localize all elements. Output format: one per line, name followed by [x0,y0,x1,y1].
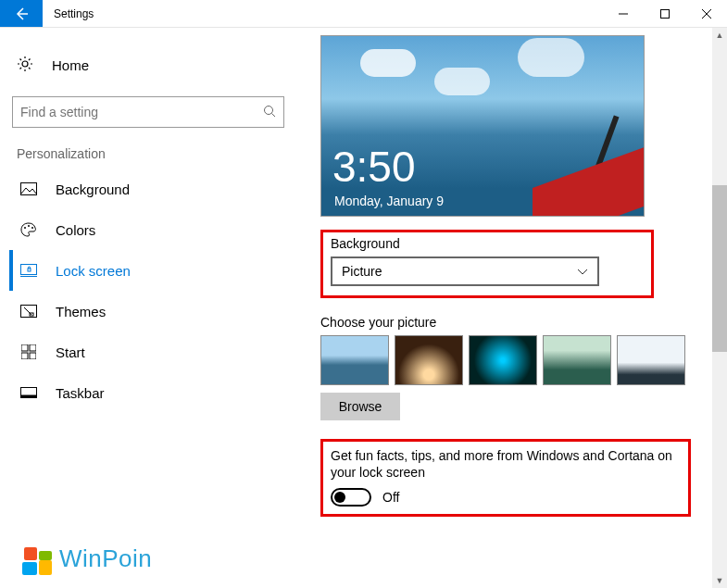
sidebar-item-label: Colors [37,222,95,238]
picture-icon [20,182,37,195]
svg-rect-21 [28,269,31,271]
svg-line-12 [20,68,22,69]
scroll-up-arrow[interactable]: ▲ [712,28,727,43]
svg-rect-26 [30,344,36,351]
svg-point-16 [24,227,26,229]
minimize-button[interactable] [602,0,644,27]
sidebar-item-label: Taskbar [37,385,105,401]
picture-thumb[interactable] [469,335,537,385]
sidebar-item-background[interactable]: Background [9,169,287,209]
taskbar-icon [20,387,37,398]
svg-line-11 [29,58,31,60]
search-input[interactable] [12,96,284,128]
background-section-highlight: Background Picture [320,230,654,298]
search-field[interactable] [20,105,263,119]
picture-thumb[interactable] [395,335,463,385]
svg-rect-25 [21,344,28,351]
funfacts-text: Get fun facts, tips, and more from Windo… [331,447,681,481]
lockscreen-preview: 3:50 Monday, January 9 [320,35,645,217]
svg-rect-30 [21,395,37,398]
branding-logo: WinPoin [24,544,152,573]
svg-rect-28 [30,353,36,359]
svg-rect-22 [21,306,37,318]
svg-point-4 [22,61,28,67]
sidebar-item-lockscreen[interactable]: Lock screen [9,250,287,291]
gear-icon [17,56,33,75]
dropdown-value: Picture [342,264,382,279]
sidebar-item-label: Start [37,344,85,360]
sidebar-item-colors[interactable]: Colors [9,209,287,250]
svg-line-9 [20,58,22,60]
picture-thumb[interactable] [543,335,611,385]
palette-icon [20,222,37,237]
preview-date: Monday, January 9 [334,194,444,208]
browse-label: Browse [339,399,382,414]
sidebar-item-themes[interactable]: Themes [9,291,287,332]
sidebar-item-label: Themes [37,304,106,319]
svg-point-18 [31,227,33,229]
funfacts-section-highlight: Get fun facts, tips, and more from Windo… [320,439,691,517]
svg-rect-19 [21,265,37,275]
svg-point-17 [28,225,30,227]
branding-text: WinPoin [59,544,152,573]
svg-rect-15 [21,183,37,195]
choose-picture-label: Choose your picture [320,315,727,330]
sidebar: Home Personalization Background Colors L… [0,28,296,588]
window-title: Settings [43,0,602,27]
scroll-down-arrow[interactable]: ▼ [712,573,727,588]
sidebar-item-taskbar[interactable]: Taskbar [9,372,287,413]
close-button[interactable] [685,0,727,27]
svg-line-10 [29,68,31,69]
content-pane: 3:50 Monday, January 9 Background Pictur… [296,28,727,588]
picture-thumb[interactable] [320,335,389,385]
funfacts-toggle[interactable] [331,488,371,507]
picture-thumbnails [320,335,727,385]
funfacts-state: Off [382,490,399,505]
search-icon [263,105,276,120]
svg-line-23 [24,307,31,315]
vertical-scrollbar[interactable]: ▲ ▼ [712,28,727,588]
picture-thumb[interactable] [617,335,685,385]
chevron-down-icon [577,264,588,279]
sidebar-item-label: Lock screen [37,263,131,279]
background-dropdown[interactable]: Picture [331,256,599,286]
svg-point-13 [265,106,273,114]
back-button[interactable] [0,0,43,27]
themes-icon [20,305,37,318]
home-label: Home [33,57,89,73]
sidebar-item-label: Background [37,181,130,197]
logo-icon [24,547,52,575]
section-header: Personalization [9,146,287,161]
scroll-thumb[interactable] [712,185,727,352]
svg-rect-27 [21,353,28,359]
browse-button[interactable]: Browse [320,393,400,420]
sidebar-item-start[interactable]: Start [9,332,287,372]
start-icon [20,344,37,359]
svg-rect-1 [660,9,669,18]
home-link[interactable]: Home [9,46,287,83]
maximize-button[interactable] [644,0,685,27]
lockscreen-icon [20,264,37,277]
background-label: Background [331,236,644,251]
svg-line-14 [272,113,276,117]
preview-time: 3:50 [332,142,416,192]
